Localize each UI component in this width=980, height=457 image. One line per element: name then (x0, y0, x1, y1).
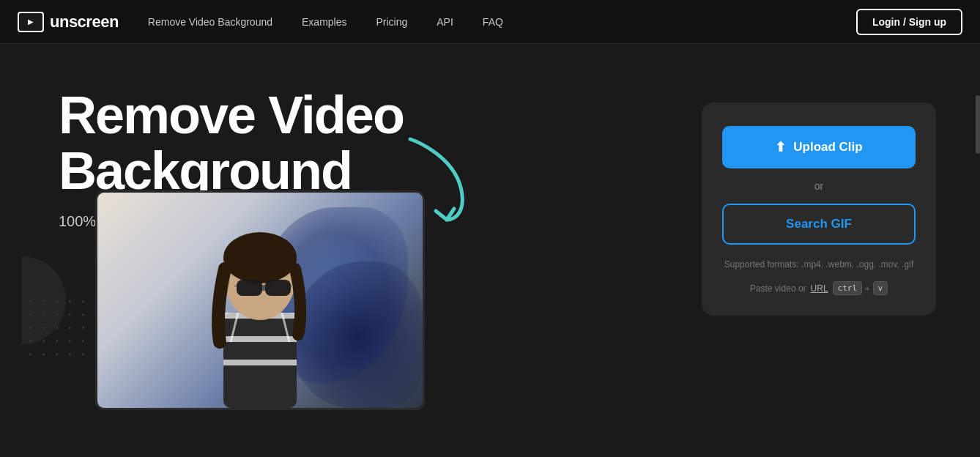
svg-rect-12 (234, 285, 237, 287)
svg-rect-10 (265, 280, 291, 296)
v-key: v (873, 281, 888, 295)
svg-rect-13 (291, 285, 293, 287)
scrollbar-thumb[interactable] (976, 95, 980, 154)
nav-api[interactable]: API (437, 16, 453, 28)
nav-links: Remove Video Background Examples Pricing… (148, 16, 856, 28)
paste-url-section: Paste video or URL ctrl + v (750, 281, 888, 295)
or-divider: or (814, 180, 823, 192)
paste-prefix: Paste video or (750, 283, 806, 294)
upload-icon: ⬆ (775, 139, 786, 155)
scrollbar[interactable] (976, 88, 980, 457)
upload-clip-button[interactable]: ⬆ Upload Clip (722, 126, 916, 168)
logo[interactable]: unscreen (18, 12, 119, 32)
main-content: Remove Video Background 100% Automatical… (0, 44, 980, 457)
nav-remove-video[interactable]: Remove Video Background (148, 16, 272, 28)
svg-rect-5 (223, 360, 297, 365)
logo-icon (18, 12, 44, 32)
plus-separator: + (865, 284, 869, 293)
svg-rect-3 (223, 336, 297, 342)
nav-faq[interactable]: FAQ (483, 16, 503, 28)
ctrl-key: ctrl (833, 281, 863, 295)
url-link[interactable]: URL (811, 283, 828, 294)
video-preview (95, 190, 425, 410)
search-gif-button[interactable]: Search GIF (722, 204, 916, 245)
upload-panel: ⬆ Upload Clip or Search GIF Supported fo… (702, 103, 936, 316)
nav-pricing[interactable]: Pricing (376, 16, 407, 28)
person-silhouette (179, 196, 341, 408)
navbar: unscreen Remove Video Background Example… (0, 0, 980, 44)
nav-examples[interactable]: Examples (302, 16, 346, 28)
supported-formats: Supported formats: .mp4, .webm, .ogg, .m… (724, 259, 914, 270)
login-button[interactable]: Login / Sign up (856, 9, 962, 35)
logo-text: unscreen (50, 12, 119, 31)
keyboard-shortcut: ctrl + v (833, 281, 888, 295)
upload-clip-label: Upload Clip (793, 140, 862, 155)
video-inner (97, 193, 423, 408)
svg-rect-9 (237, 280, 262, 296)
svg-rect-4 (223, 348, 297, 354)
svg-rect-11 (262, 285, 265, 291)
hero-title: Remove Video Background (59, 88, 643, 198)
svg-point-8 (223, 232, 297, 283)
